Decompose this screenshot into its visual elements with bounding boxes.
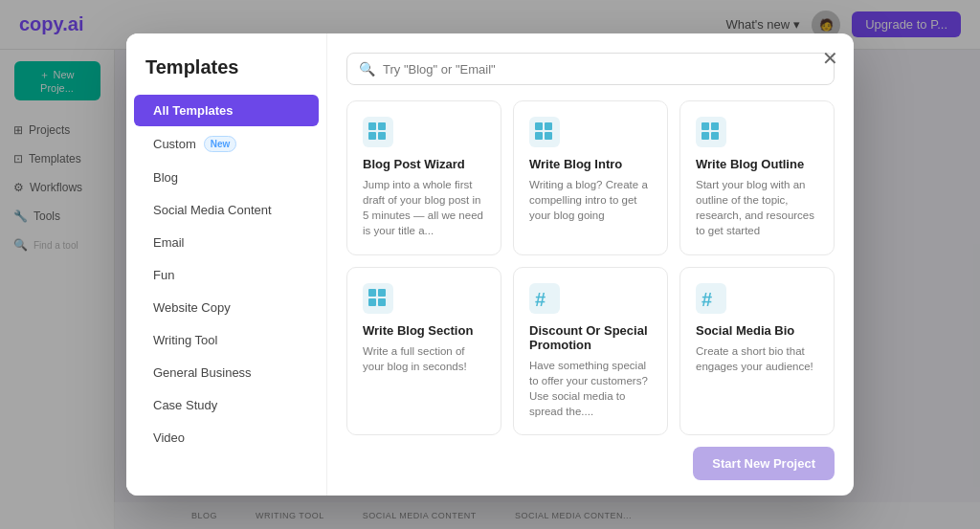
blog-section-title: Write Blog Section [363,323,485,338]
modal-overlay: Templates All Templates Custom New Blog … [0,0,980,529]
template-card-social-bio[interactable]: # Social Media Bio Create a short bio th… [679,267,835,435]
custom-new-badge: New [204,136,237,152]
start-project-button[interactable]: Start New Project [693,447,835,480]
blog-intro-icon [529,117,560,147]
modal-nav: All Templates Custom New Blog Social Med… [126,94,326,480]
search-bar: 🔍 [346,53,835,85]
blog-outline-icon [696,117,726,147]
nav-email[interactable]: Email [134,227,319,258]
svg-rect-15 [363,283,393,314]
svg-rect-18 [368,298,376,306]
modal-sidebar: Templates All Templates Custom New Blog … [126,33,327,496]
blog-outline-desc: Start your blog with an outline of the t… [696,177,818,238]
template-card-discount[interactable]: # Discount Or Special Promotion Have som… [513,267,668,435]
search-icon: 🔍 [359,61,375,77]
blog-section-icon [363,283,393,314]
modal-footer: Start New Project [346,435,835,480]
nav-custom[interactable]: Custom New [134,127,319,161]
svg-rect-6 [535,122,543,130]
blog-section-desc: Write a full section of your blog in sec… [363,343,485,374]
nav-general-business[interactable]: General Business [134,357,319,388]
svg-rect-19 [378,298,386,306]
svg-rect-8 [535,132,543,140]
svg-rect-17 [378,289,386,297]
close-button[interactable]: ✕ [822,49,838,68]
svg-rect-4 [378,132,386,140]
blog-wizard-desc: Jump into a whole first draft of your bl… [363,177,485,238]
nav-writing-tool[interactable]: Writing Tool [134,324,319,356]
svg-rect-5 [529,117,560,147]
svg-rect-9 [545,132,552,140]
svg-rect-13 [702,132,709,140]
svg-rect-14 [711,132,719,140]
svg-rect-16 [368,289,376,297]
nav-video[interactable]: Video [134,422,319,453]
svg-text:#: # [535,289,546,310]
nav-blog[interactable]: Blog [134,162,319,193]
svg-rect-3 [368,132,376,140]
svg-rect-12 [711,122,719,130]
template-card-blog-section[interactable]: Write Blog Section Write a full section … [346,267,501,435]
social-bio-icon: # [696,283,726,314]
template-card-blog-outline[interactable]: Write Blog Outline Start your blog with … [679,100,835,254]
discount-icon: # [529,283,560,314]
nav-fun[interactable]: Fun [134,259,319,291]
svg-text:#: # [702,289,712,310]
social-bio-title: Social Media Bio [696,323,818,338]
discount-desc: Have something special to offer your cus… [529,358,652,419]
nav-all-templates[interactable]: All Templates [134,95,319,126]
svg-rect-7 [545,122,552,130]
blog-wizard-title: Blog Post Wizard [363,157,485,171]
nav-social-media[interactable]: Social Media Content [134,194,319,226]
modal-content: ✕ 🔍 [327,33,854,496]
svg-rect-0 [363,117,393,147]
blog-outline-title: Write Blog Outline [696,157,818,171]
discount-title: Discount Or Special Promotion [529,323,652,352]
blog-intro-desc: Writing a blog? Create a compelling intr… [529,177,652,223]
blog-wizard-icon [363,117,393,147]
template-card-blog-intro[interactable]: Write Blog Intro Writing a blog? Create … [513,100,668,254]
nav-case-study[interactable]: Case Study [134,389,319,421]
blog-intro-title: Write Blog Intro [529,157,652,171]
templates-modal: Templates All Templates Custom New Blog … [126,33,854,496]
social-bio-desc: Create a short bio that engages your aud… [696,343,818,374]
svg-rect-1 [368,122,376,130]
svg-rect-10 [696,117,726,147]
nav-website-copy[interactable]: Website Copy [134,292,319,323]
template-card-blog-wizard[interactable]: Blog Post Wizard Jump into a whole first… [346,100,501,254]
search-input[interactable] [383,62,822,77]
svg-rect-2 [378,122,386,130]
modal-title: Templates [126,56,326,94]
svg-rect-11 [702,122,709,130]
template-grid: Blog Post Wizard Jump into a whole first… [346,100,835,435]
